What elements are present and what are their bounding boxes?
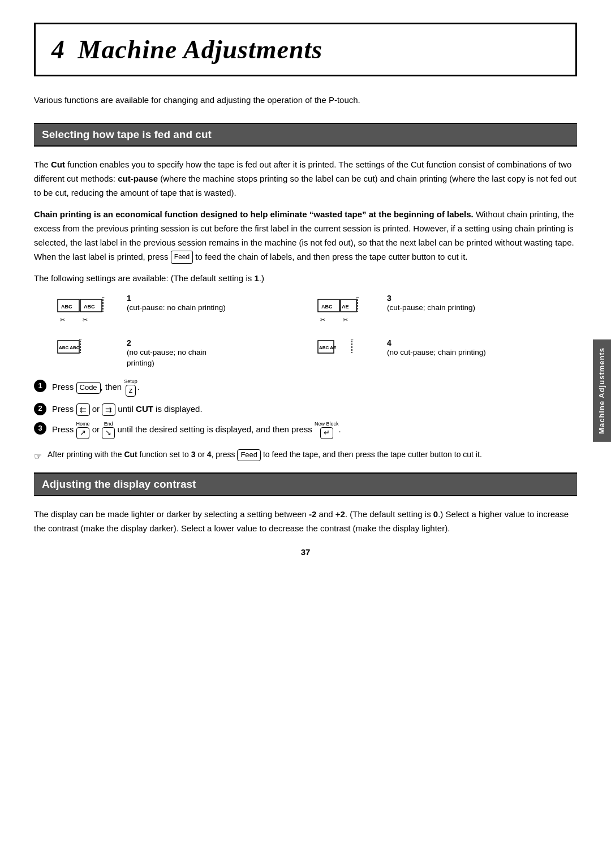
z-key: z xyxy=(126,385,136,397)
setting-3: ABC AE ⌐ ✂ ✂ 3 (cut-pause; chain printin… xyxy=(317,294,554,329)
enter-key-wrapper: New Block ↵ xyxy=(315,422,339,439)
svg-text:ABC ABC: ABC ABC xyxy=(59,345,80,350)
tape-icon-1: ABC ABC ✂ ✂ ⌐ xyxy=(57,294,119,329)
note-icon: ☞ xyxy=(34,449,42,464)
tape-icon-3: ABC AE ⌐ ✂ ✂ xyxy=(317,294,379,329)
setting-3-desc: (cut-pause; chain printing) xyxy=(387,303,475,313)
end-label: End xyxy=(104,422,113,427)
intro-paragraph: Various functions are available for chan… xyxy=(34,93,577,107)
code-key: Code xyxy=(76,382,101,394)
setting-4-desc: (no cut-pause; chain printing) xyxy=(387,347,486,358)
svg-text:ABC: ABC xyxy=(321,304,333,310)
step-1-text: Press Code, then Setup z . xyxy=(52,379,140,397)
note-item: ☞ After printing with the Cut function s… xyxy=(34,448,577,464)
body-para-cut-3: The following settings are available: (T… xyxy=(34,272,577,286)
svg-text:✂: ✂ xyxy=(343,316,348,323)
setting-1: ABC ABC ✂ ✂ ⌐ 1 (cut-pause: no chain p xyxy=(57,294,294,329)
z-key-wrapper: Setup z xyxy=(124,379,137,397)
step-1: 1 Press Code, then Setup z . xyxy=(34,379,577,397)
setup-label: Setup xyxy=(124,379,137,384)
end-key-wrapper: End ↘ xyxy=(102,422,115,439)
right-arrow-key: ⇉ xyxy=(102,403,115,416)
svg-text:⌐: ⌐ xyxy=(79,338,82,342)
steps-list: 1 Press Code, then Setup z . 2 Press ⇇ o… xyxy=(34,379,577,439)
setting-2-desc: (no cut-pause; no chainprinting) xyxy=(127,347,206,369)
setting-1-desc: (cut-pause: no chain printing) xyxy=(127,303,226,313)
svg-text:ABC: ABC xyxy=(84,304,95,310)
chapter-header: 4 Machine Adjustments xyxy=(34,23,577,76)
body-para-cut-1: The Cut function enables you to specify … xyxy=(34,158,577,200)
step-2-bullet: 2 xyxy=(34,403,46,415)
enter-key: ↵ xyxy=(320,427,333,439)
svg-text:✂: ✂ xyxy=(83,316,88,323)
down-arrow-key: ↘ xyxy=(102,427,115,439)
setting-4: ABC AE ⌐ 4 (no cut-pause; chain printing… xyxy=(317,338,554,368)
chapter-title: Machine Adjustments xyxy=(78,35,323,64)
step-2-text: Press ⇇ or ⇉ until CUT is displayed. xyxy=(52,402,203,416)
note-text: After printing with the Cut function set… xyxy=(48,448,482,461)
step-3: 3 Press Home ↗ or End ↘ until the desire… xyxy=(34,422,577,439)
body-para-contrast: The display can be made lighter or darke… xyxy=(34,508,577,536)
step-2: 2 Press ⇇ or ⇉ until CUT is displayed. xyxy=(34,402,577,416)
svg-text:ABC AE: ABC AE xyxy=(319,345,337,350)
setting-3-num: 3 xyxy=(387,294,475,303)
feed-key-note: Feed xyxy=(237,449,261,461)
step-3-bullet: 3 xyxy=(34,422,46,435)
svg-text:⌐: ⌐ xyxy=(102,295,105,300)
svg-text:⌐: ⌐ xyxy=(356,295,359,300)
svg-text:⌐: ⌐ xyxy=(351,338,354,342)
tape-icon-4: ABC AE ⌐ xyxy=(317,338,379,368)
svg-text:AE: AE xyxy=(342,304,349,310)
setting-4-num: 4 xyxy=(387,338,486,347)
chapter-number: 4 xyxy=(51,35,65,64)
step-1-bullet: 1 xyxy=(34,380,46,392)
tape-icon-2: ABC ABC ⌐ xyxy=(57,338,119,368)
home-label: Home xyxy=(76,422,90,427)
page-number: 37 xyxy=(34,547,577,557)
svg-text:✂: ✂ xyxy=(60,316,65,323)
up-arrow-key: ↗ xyxy=(76,427,89,439)
section-heading-contrast: Adjusting the display contrast xyxy=(34,472,577,496)
body-para-cut-2: Chain printing is an economical function… xyxy=(34,208,577,264)
setting-2: ABC ABC ⌐ 2 (no cut-pause; no chainprint… xyxy=(57,338,294,369)
step-3-text: Press Home ↗ or End ↘ until the desired … xyxy=(52,422,341,439)
section-heading-tape: Selecting how tape is fed and cut xyxy=(34,123,577,147)
svg-text:✂: ✂ xyxy=(320,316,325,323)
setting-1-num: 1 xyxy=(127,294,226,303)
left-arrow-key: ⇇ xyxy=(76,403,90,416)
side-tab: Machine Adjustments xyxy=(593,340,611,442)
new-block-label: New Block xyxy=(315,422,339,427)
svg-text:ABC: ABC xyxy=(61,304,72,310)
home-key-wrapper: Home ↗ xyxy=(76,422,90,439)
settings-diagrams: ABC ABC ✂ ✂ ⌐ 1 (cut-pause: no chain p xyxy=(57,294,554,369)
setting-2-num: 2 xyxy=(127,338,206,347)
